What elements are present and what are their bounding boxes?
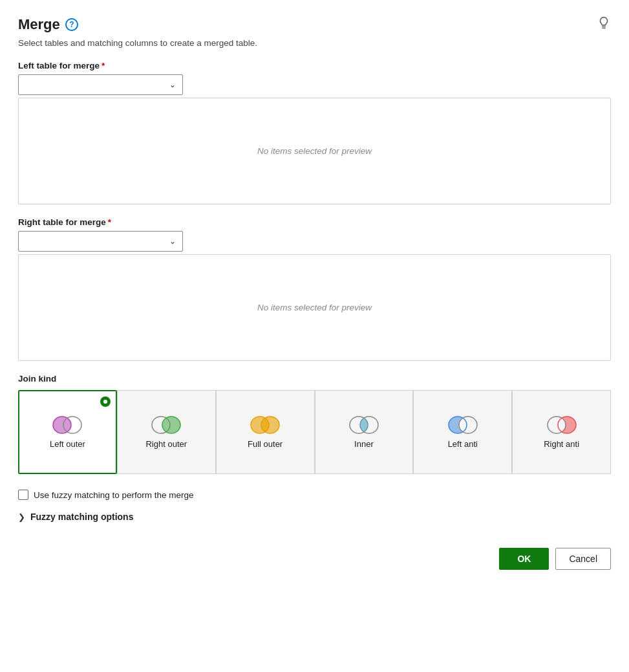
right-table-dropdown[interactable]: ⌄ bbox=[18, 231, 183, 252]
subtitle: Select tables and matching columns to cr… bbox=[18, 38, 611, 48]
join-option-inner-label: Inner bbox=[354, 439, 374, 450]
dialog-header: Merge ? bbox=[18, 16, 611, 33]
help-icon[interactable]: ? bbox=[65, 18, 78, 31]
fuzzy-matching-options-row[interactable]: ❯ Fuzzy matching options bbox=[18, 512, 611, 522]
fuzzy-options-label: Fuzzy matching options bbox=[30, 512, 133, 522]
chevron-right-icon: ❯ bbox=[18, 512, 25, 522]
left-table-preview: No items selected for preview bbox=[18, 98, 611, 204]
right-table-label: Right table for merge* bbox=[18, 217, 611, 227]
join-kind-options: Left outer Right outer Full outer Inner bbox=[18, 390, 611, 474]
join-kind-label: Join kind bbox=[18, 374, 611, 384]
fuzzy-checkbox[interactable] bbox=[18, 490, 28, 500]
join-option-full-outer-label: Full outer bbox=[248, 439, 283, 450]
join-option-full-outer[interactable]: Full outer bbox=[216, 390, 315, 474]
join-option-right-outer[interactable]: Right outer bbox=[117, 390, 216, 474]
left-outer-icon bbox=[50, 415, 84, 435]
left-table-dropdown[interactable]: ⌄ bbox=[18, 74, 183, 95]
join-option-left-outer-label: Left outer bbox=[50, 439, 85, 450]
full-outer-icon bbox=[248, 415, 282, 435]
left-table-required: * bbox=[101, 61, 105, 70]
cancel-button[interactable]: Cancel bbox=[555, 548, 611, 570]
footer: OK Cancel bbox=[18, 548, 611, 570]
join-option-left-outer[interactable]: Left outer bbox=[18, 390, 117, 474]
svg-point-1 bbox=[53, 417, 71, 433]
page-title: Merge bbox=[18, 16, 60, 33]
svg-point-4 bbox=[162, 417, 180, 433]
join-option-right-anti-label: Right anti bbox=[544, 439, 579, 450]
left-table-chevron-icon: ⌄ bbox=[169, 80, 176, 89]
join-option-right-outer-label: Right outer bbox=[145, 439, 187, 450]
join-option-left-anti[interactable]: Left anti bbox=[413, 390, 512, 474]
selected-indicator bbox=[100, 396, 111, 407]
left-table-label: Left table for merge* bbox=[18, 61, 611, 70]
ok-button[interactable]: OK bbox=[499, 548, 549, 570]
left-anti-icon bbox=[446, 415, 480, 435]
svg-point-6 bbox=[261, 417, 279, 433]
right-table-required: * bbox=[108, 217, 111, 227]
fuzzy-checkbox-label: Use fuzzy matching to perform the merge bbox=[34, 490, 194, 500]
fuzzy-checkbox-row: Use fuzzy matching to perform the merge bbox=[18, 490, 611, 500]
right-outer-icon bbox=[149, 415, 183, 435]
join-option-inner[interactable]: Inner bbox=[315, 390, 414, 474]
inner-icon bbox=[347, 415, 381, 435]
lightbulb-icon[interactable] bbox=[597, 16, 611, 33]
right-table-preview: No items selected for preview bbox=[18, 254, 611, 361]
join-option-left-anti-label: Left anti bbox=[448, 439, 478, 450]
right-table-chevron-icon: ⌄ bbox=[169, 237, 176, 246]
join-option-right-anti[interactable]: Right anti bbox=[512, 390, 611, 474]
right-anti-icon bbox=[545, 415, 579, 435]
